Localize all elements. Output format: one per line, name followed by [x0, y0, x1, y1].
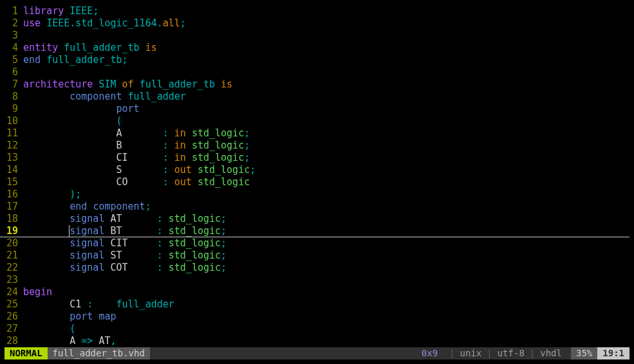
- fileformat-indicator: unix: [456, 347, 486, 359]
- code-line[interactable]: 5end full_adder_tb;: [0, 54, 634, 66]
- position-indicator: 19:1: [597, 347, 629, 359]
- code-line[interactable]: 27 (: [0, 323, 634, 335]
- code-line[interactable]: 4entity full_adder_tb is: [0, 42, 634, 54]
- line-number: 3: [0, 30, 23, 42]
- code-content[interactable]: signal AT : std_logic;: [23, 213, 634, 225]
- line-number: 13: [0, 152, 23, 164]
- code-editor[interactable]: 1library IEEE;2use IEEE.std_logic_1164.a…: [0, 0, 634, 347]
- code-content[interactable]: end full_adder_tb;: [23, 54, 634, 66]
- code-content[interactable]: library IEEE;: [23, 5, 634, 17]
- line-number: 24: [0, 286, 23, 298]
- line-number: 28: [0, 335, 23, 347]
- filename-indicator: full_adder_tb.vhd: [48, 347, 150, 359]
- code-line[interactable]: 14 S : out std_logic;: [0, 164, 634, 176]
- code-line[interactable]: 2use IEEE.std_logic_1164.all;: [0, 17, 634, 30]
- line-number: 22: [0, 262, 23, 274]
- line-number: 9: [0, 103, 23, 115]
- code-content[interactable]: [23, 30, 634, 42]
- line-number: 2: [0, 17, 23, 30]
- code-line[interactable]: 23: [0, 274, 634, 286]
- code-line[interactable]: 16 );: [0, 188, 634, 201]
- code-content[interactable]: CO : out std_logic: [23, 176, 634, 188]
- code-line[interactable]: 24begin: [0, 286, 634, 298]
- code-content[interactable]: (: [23, 323, 634, 335]
- line-number: 1: [0, 5, 23, 17]
- line-number: 14: [0, 164, 23, 176]
- line-number: 17: [0, 201, 23, 213]
- line-number: 16: [0, 188, 23, 201]
- code-line[interactable]: 11 A : in std_logic;: [0, 127, 634, 140]
- statusbar-spacer: [150, 347, 416, 359]
- code-line[interactable]: 26 port map: [0, 311, 634, 323]
- code-line[interactable]: 17 end component;: [0, 201, 634, 213]
- hex-indicator: 0x9: [416, 347, 443, 359]
- code-content[interactable]: A : in std_logic;: [23, 127, 634, 140]
- code-content[interactable]: signal BT : std_logic;: [23, 225, 634, 237]
- line-number: 26: [0, 311, 23, 323]
- code-content[interactable]: component full_adder: [23, 91, 634, 103]
- filetype-indicator: vhdl: [536, 347, 566, 359]
- line-number: 12: [0, 140, 23, 152]
- line-number: 25: [0, 298, 23, 311]
- line-number: 19: [0, 225, 23, 237]
- code-content[interactable]: [23, 66, 634, 78]
- code-content[interactable]: end component;: [23, 201, 634, 213]
- line-number: 4: [0, 42, 23, 54]
- code-content[interactable]: S : out std_logic;: [23, 164, 634, 176]
- line-number: 11: [0, 127, 23, 140]
- line-number: 15: [0, 176, 23, 188]
- code-line[interactable]: 21 signal ST : std_logic;: [0, 250, 634, 262]
- code-line[interactable]: 15 CO : out std_logic: [0, 176, 634, 188]
- code-line[interactable]: 18 signal AT : std_logic;: [0, 213, 634, 225]
- code-line[interactable]: 8 component full_adder: [0, 91, 634, 103]
- code-content[interactable]: CI : in std_logic;: [23, 152, 634, 164]
- code-line[interactable]: 19 signal BT : std_logic;: [0, 225, 634, 237]
- code-content[interactable]: [23, 274, 634, 286]
- code-content[interactable]: port map: [23, 311, 634, 323]
- code-line[interactable]: 28 A => AT,: [0, 335, 634, 347]
- code-content[interactable]: port: [23, 103, 634, 115]
- line-number: 20: [0, 237, 23, 250]
- code-content[interactable]: A => AT,: [23, 335, 634, 347]
- code-line[interactable]: 6: [0, 66, 634, 78]
- code-content[interactable]: architecture SIM of full_adder_tb is: [23, 78, 634, 91]
- code-content[interactable]: use IEEE.std_logic_1164.all;: [23, 17, 634, 30]
- code-line[interactable]: 25 C1 : full_adder: [0, 298, 634, 311]
- code-line[interactable]: 10 (: [0, 115, 634, 127]
- percent-indicator: 35%: [571, 347, 597, 359]
- encoding-indicator: utf-8: [494, 347, 528, 359]
- statusbar-right: | unix | utf-8 | vhdl: [443, 347, 571, 359]
- code-content[interactable]: entity full_adder_tb is: [23, 42, 634, 54]
- code-content[interactable]: begin: [23, 286, 634, 298]
- code-line[interactable]: 1library IEEE;: [0, 5, 634, 17]
- line-number: 10: [0, 115, 23, 127]
- code-line[interactable]: 22 signal COT : std_logic;: [0, 262, 634, 274]
- code-line[interactable]: 7architecture SIM of full_adder_tb is: [0, 78, 634, 91]
- code-line[interactable]: 9 port: [0, 103, 634, 115]
- mode-indicator: NORMAL: [5, 347, 48, 359]
- line-number: 18: [0, 213, 23, 225]
- code-content[interactable]: signal CIT : std_logic;: [23, 237, 634, 250]
- line-number: 6: [0, 66, 23, 78]
- line-number: 5: [0, 54, 23, 66]
- line-number: 8: [0, 91, 23, 103]
- code-line[interactable]: 20 signal CIT : std_logic;: [0, 237, 634, 250]
- code-content[interactable]: );: [23, 188, 634, 201]
- code-content[interactable]: C1 : full_adder: [23, 298, 634, 311]
- line-number: 23: [0, 274, 23, 286]
- code-content[interactable]: signal COT : std_logic;: [23, 262, 634, 274]
- line-number: 21: [0, 250, 23, 262]
- code-content[interactable]: B : in std_logic;: [23, 140, 634, 152]
- line-number: 27: [0, 323, 23, 335]
- code-line[interactable]: 3: [0, 30, 634, 42]
- code-line[interactable]: 13 CI : in std_logic;: [0, 152, 634, 164]
- status-bar: NORMAL full_adder_tb.vhd 0x9 | unix | ut…: [5, 347, 629, 359]
- code-content[interactable]: signal ST : std_logic;: [23, 250, 634, 262]
- code-line[interactable]: 12 B : in std_logic;: [0, 140, 634, 152]
- line-number: 7: [0, 78, 23, 91]
- code-content[interactable]: (: [23, 115, 634, 127]
